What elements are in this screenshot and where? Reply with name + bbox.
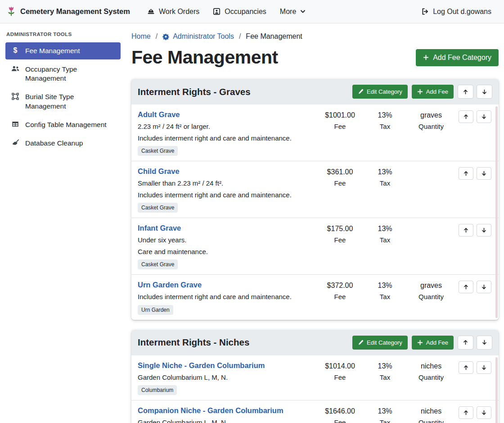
- logout-icon: [421, 8, 429, 15]
- tax-rate: 13%: [366, 225, 404, 233]
- edit-category-label: Edit Category: [367, 339, 402, 346]
- quantity-unit: niches: [404, 407, 458, 415]
- fee-description: Garden Columbarium L, M, N.: [138, 418, 310, 423]
- move-fee-up-button[interactable]: [459, 281, 473, 293]
- add-fee-button[interactable]: Add Fee: [412, 336, 454, 350]
- tax-rate: 13%: [366, 168, 404, 176]
- fee-name-link[interactable]: Urn Garden Grave: [138, 281, 202, 289]
- nav-occupancies[interactable]: Occupancies: [207, 4, 273, 19]
- fee-name-link[interactable]: Infant Grave: [138, 224, 181, 232]
- quantity-label: Quantity: [404, 293, 458, 300]
- move-fee-up-button[interactable]: [459, 406, 473, 419]
- move-category-down-button[interactable]: [477, 336, 492, 350]
- add-fee-category-label: Add Fee Category: [433, 54, 491, 62]
- move-fee-up-button[interactable]: [459, 110, 473, 123]
- fee-description: Care and maintenance.: [138, 247, 310, 256]
- sidebar-item-config-table-management[interactable]: Config Table Management: [5, 116, 121, 133]
- quantity-column: [404, 166, 458, 171]
- add-fee-category-button[interactable]: Add Fee Category: [416, 49, 499, 66]
- nav-more[interactable]: More: [274, 4, 312, 19]
- move-fee-up-button[interactable]: [459, 361, 473, 374]
- breadcrumb-separator: /: [156, 32, 158, 41]
- move-fee-down-button[interactable]: [477, 406, 491, 419]
- quantity-column: graves Quantity: [404, 280, 458, 300]
- fee-row: Child Grave Smaller than 2.23 m² / 24 ft…: [131, 161, 499, 218]
- fee-amount-column: $175.00 Fee: [314, 223, 366, 244]
- nav-more-label: More: [280, 8, 296, 16]
- fee-amount-label: Fee: [314, 123, 366, 130]
- category-actions: Edit Category Add Fee: [352, 85, 492, 99]
- category-actions: Edit Category Add Fee: [352, 336, 492, 350]
- category-title: Interment Rights - Niches: [138, 337, 249, 348]
- fee-amount-label: Fee: [314, 293, 366, 300]
- move-fee-down-button[interactable]: [477, 110, 491, 123]
- fee-categories: Interment Rights - Graves Edit Category …: [131, 79, 499, 423]
- move-fee-up-button[interactable]: [459, 224, 473, 237]
- fee-name-link[interactable]: Adult Grave: [138, 110, 180, 119]
- app-brand[interactable]: Cemetery Management System: [6, 6, 130, 17]
- fee-description: Garden Columbarium L, M, N.: [138, 373, 310, 382]
- move-fee-down-button[interactable]: [477, 281, 491, 293]
- sidebar-item-label: Occupancy Type Management: [25, 65, 115, 83]
- fee-description: Includes interment right and care and ma…: [138, 134, 310, 143]
- breadcrumb-admin-tools-label: Administrator Tools: [173, 32, 234, 41]
- move-fee-down-button[interactable]: [477, 167, 491, 180]
- quantity-unit: graves: [404, 282, 458, 290]
- arrow-up-icon: [463, 364, 469, 371]
- sidebar-item-label: Database Cleanup: [25, 139, 83, 148]
- fee-amount-column: $372.00 Fee: [314, 280, 366, 300]
- sidebar: Administrator Tools $ Fee Management Occ…: [0, 23, 126, 423]
- tax-column: 13% Tax: [366, 166, 404, 187]
- vector-square-icon: [11, 93, 20, 100]
- fee-category-card: Interment Rights - Niches Edit Category …: [131, 330, 499, 423]
- breadcrumb-admin-tools[interactable]: Administrator Tools: [162, 32, 234, 41]
- arrow-up-icon: [463, 284, 469, 290]
- move-category-up-button[interactable]: [458, 336, 473, 350]
- fee-description: Includes interment right and care and ma…: [138, 292, 310, 301]
- add-fee-button[interactable]: Add Fee: [412, 85, 454, 99]
- broom-icon: [11, 139, 20, 146]
- page-header: Fee Management Add Fee Category: [131, 47, 499, 68]
- card-scrollbar[interactable]: [495, 357, 498, 423]
- fee-name-link[interactable]: Child Grave: [138, 167, 180, 176]
- fee-description: Smaller than 2.23 m² / 24 ft².: [138, 179, 310, 188]
- main-content: Home / Administrator Tools / Fee Managem…: [126, 23, 504, 423]
- arrow-down-icon: [482, 89, 487, 95]
- logout-link[interactable]: Log Out d.gowans: [415, 4, 498, 19]
- breadcrumb-home[interactable]: Home: [131, 32, 151, 41]
- page-title: Fee Management: [131, 47, 278, 68]
- edit-category-button[interactable]: Edit Category: [352, 85, 408, 99]
- move-fee-down-button[interactable]: [477, 361, 491, 374]
- fee-row: Infant Grave Under six years.Care and ma…: [131, 218, 499, 275]
- sidebar-item-database-cleanup[interactable]: Database Cleanup: [5, 135, 121, 152]
- chevron-down-icon: [300, 9, 306, 14]
- fee-name-link[interactable]: Single Niche - Garden Columbarium: [138, 361, 265, 370]
- move-category-up-button[interactable]: [458, 85, 473, 99]
- fee-name-link[interactable]: Companion Niche - Garden Columbarium: [138, 406, 284, 415]
- fee-amount: $361.00: [314, 168, 366, 176]
- edit-category-button[interactable]: Edit Category: [352, 336, 408, 350]
- sidebar-nav: $ Fee Management Occupancy Type Manageme…: [5, 42, 121, 152]
- fee-type-badge: Casket Grave: [138, 146, 178, 156]
- sidebar-item-label: Burial Site Type Management: [25, 92, 115, 110]
- arrow-down-icon: [482, 339, 487, 346]
- arrow-down-icon: [481, 364, 487, 371]
- nav-occupancies-label: Occupancies: [225, 8, 266, 16]
- arrow-down-icon: [481, 284, 487, 290]
- move-category-down-button[interactable]: [477, 85, 492, 99]
- nav-work-orders[interactable]: Work Orders: [141, 4, 206, 19]
- fee-description: 2.23 m² / 24 ft² or larger.: [138, 122, 310, 131]
- arrow-up-icon: [463, 89, 468, 95]
- sidebar-item-occupancy-type-management[interactable]: Occupancy Type Management: [5, 61, 121, 87]
- move-fee-up-button[interactable]: [459, 167, 473, 180]
- card-scrollbar[interactable]: [495, 106, 498, 318]
- move-fee-down-button[interactable]: [477, 224, 491, 237]
- fee-type-badge: Columbarium: [138, 385, 177, 395]
- fee-amount-column: $1014.00 Fee: [314, 360, 366, 381]
- sidebar-item-burial-site-type-management[interactable]: Burial Site Type Management: [5, 88, 121, 114]
- fee-amount-column: $361.00 Fee: [314, 166, 366, 187]
- category-header: Interment Rights - Niches Edit Category …: [131, 330, 499, 355]
- sidebar-item-fee-management[interactable]: $ Fee Management: [5, 42, 121, 59]
- users-icon: [11, 65, 20, 72]
- fee-amount-label: Fee: [314, 236, 366, 244]
